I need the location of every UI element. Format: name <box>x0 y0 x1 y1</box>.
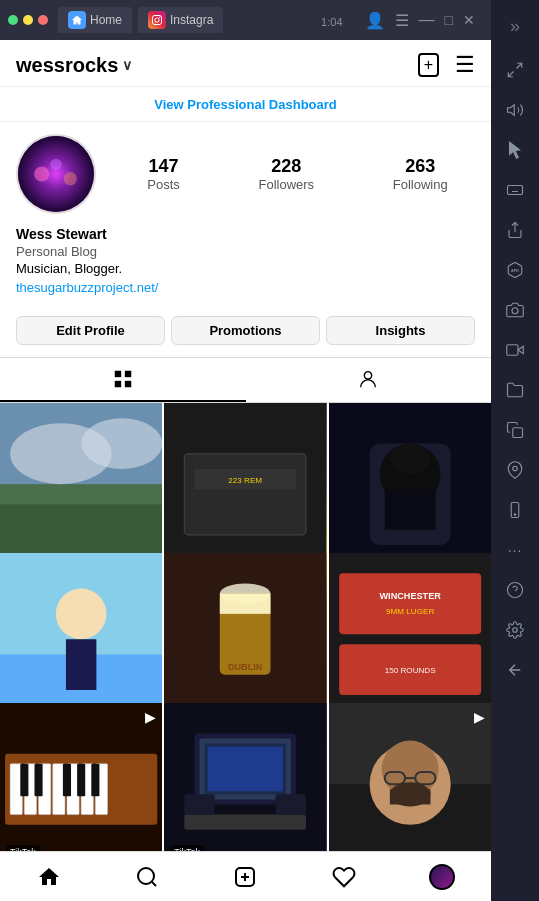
username-display[interactable]: wessrocks ∨ <box>16 54 132 77</box>
grid-item[interactable]: ▶ <box>329 703 491 851</box>
folder-icon[interactable] <box>497 372 533 408</box>
title-bar: Home Instagra 1:04 👤 ☰ — □ ✕ <box>0 0 491 40</box>
svg-rect-27 <box>66 639 96 690</box>
svg-rect-59 <box>185 794 215 814</box>
username-text: wessrocks <box>16 54 118 77</box>
followers-label: Followers <box>258 177 314 192</box>
volume-icon[interactable] <box>497 92 533 128</box>
tagged-tab[interactable] <box>246 358 492 402</box>
posts-stat[interactable]: 147 Posts <box>147 156 180 192</box>
svg-rect-81 <box>513 428 523 438</box>
user-control-icon[interactable]: 👤 <box>365 11 385 30</box>
help-icon[interactable] <box>497 572 533 608</box>
keyboard-icon[interactable] <box>497 172 533 208</box>
svg-point-1 <box>34 166 49 181</box>
copy-icon[interactable] <box>497 412 533 448</box>
more-options-icon[interactable]: ··· <box>497 532 533 568</box>
profile-section: 147 Posts 228 Followers 263 Following <box>0 122 491 308</box>
insights-button[interactable]: Insights <box>326 316 475 345</box>
chevron-down-icon: ∨ <box>122 57 132 73</box>
grid-item[interactable]: 223 REM 223 REM <box>164 403 326 565</box>
followers-stat[interactable]: 228 Followers <box>258 156 314 192</box>
svg-line-73 <box>508 72 513 77</box>
video-play-icon: ▶ <box>474 709 485 725</box>
svg-point-87 <box>513 628 518 633</box>
svg-marker-79 <box>518 346 523 354</box>
video-record-icon[interactable] <box>497 332 533 368</box>
svg-point-82 <box>513 466 518 471</box>
header-icons: + ☰ <box>418 52 475 78</box>
nav-add-button[interactable] <box>225 857 265 897</box>
grid-item[interactable]: ▶ TikTok <box>0 703 162 851</box>
svg-rect-52 <box>91 764 99 796</box>
svg-text:DUBLIN: DUBLIN <box>228 662 262 672</box>
svg-text:WINCHESTER: WINCHESTER <box>379 591 441 601</box>
apk-icon[interactable]: APK <box>497 252 533 288</box>
profile-stats: 147 Posts 228 Followers 263 Following <box>120 156 475 192</box>
close-button[interactable]: ✕ <box>463 12 475 28</box>
phone-rotate-icon[interactable] <box>497 492 533 528</box>
tab-home[interactable]: Home <box>58 7 132 33</box>
edit-profile-button[interactable]: Edit Profile <box>16 316 165 345</box>
share-icon[interactable] <box>497 212 533 248</box>
nav-search-button[interactable] <box>127 857 167 897</box>
grid-item[interactable] <box>0 403 162 565</box>
grid-item[interactable] <box>0 553 162 715</box>
following-label: Following <box>393 177 448 192</box>
screenshot-icon[interactable] <box>497 292 533 328</box>
svg-rect-49 <box>34 764 42 796</box>
grid-item[interactable]: DUBLIN <box>164 553 326 715</box>
settings-icon[interactable] <box>497 612 533 648</box>
menu-control-icon[interactable]: ☰ <box>395 11 409 30</box>
posts-count: 147 <box>149 156 179 177</box>
svg-rect-75 <box>508 186 523 195</box>
sidebar-expand-icon[interactable]: » <box>497 8 533 44</box>
grid-item[interactable] <box>329 403 491 565</box>
avatar[interactable] <box>16 134 96 214</box>
fullscreen-icon[interactable] <box>497 52 533 88</box>
nav-profile-button[interactable] <box>422 857 462 897</box>
svg-rect-23 <box>384 489 435 530</box>
avatar-image <box>18 136 94 212</box>
cursor-icon[interactable] <box>497 132 533 168</box>
photo-grid: 223 REM 223 REM <box>0 403 491 851</box>
svg-rect-31 <box>220 594 271 614</box>
minimize-button[interactable]: — <box>419 11 435 29</box>
location-icon[interactable] <box>497 452 533 488</box>
profile-bio: Musician, Blogger. <box>16 261 475 276</box>
back-icon[interactable] <box>497 652 533 688</box>
grid-item[interactable]: WINCHESTER 9MM LUGER 150 ROUNDS <box>329 553 491 715</box>
svg-point-3 <box>64 172 77 185</box>
following-stat[interactable]: 263 Following <box>393 156 448 192</box>
grid-item[interactable]: TikTok <box>164 703 326 851</box>
main-content: Home Instagra 1:04 👤 ☰ — □ ✕ <box>0 0 491 901</box>
posts-label: Posts <box>147 177 180 192</box>
view-dashboard-link[interactable]: View Professional Dashboard <box>154 97 337 112</box>
svg-rect-4 <box>115 371 121 377</box>
nav-home-button[interactable] <box>29 857 69 897</box>
maximize-button[interactable]: □ <box>445 12 453 28</box>
svg-point-2 <box>50 159 61 170</box>
svg-rect-50 <box>63 764 71 796</box>
grid-image-3 <box>329 403 491 565</box>
menu-icon[interactable]: ☰ <box>455 52 475 78</box>
action-buttons: Edit Profile Promotions Insights <box>0 308 491 357</box>
tiktok-badge: TikTok <box>170 845 204 851</box>
nav-activity-button[interactable] <box>324 857 364 897</box>
profile-website-link[interactable]: thesugarbuzzproject.net/ <box>16 280 158 295</box>
grid-image-7: ▶ TikTok <box>0 703 162 851</box>
grid-tab[interactable] <box>0 358 246 402</box>
svg-point-85 <box>508 583 523 598</box>
svg-point-78 <box>512 308 518 314</box>
tab-instagram[interactable]: Instagra <box>138 7 223 33</box>
add-post-icon[interactable]: + <box>418 53 439 77</box>
promotions-button[interactable]: Promotions <box>171 316 320 345</box>
svg-text:APK: APK <box>511 269 519 273</box>
svg-rect-80 <box>507 345 518 356</box>
professional-dashboard-banner: View Professional Dashboard <box>0 87 491 122</box>
svg-text:150 ROUNDS: 150 ROUNDS <box>384 666 436 675</box>
tiktok-badge: TikTok <box>6 845 40 851</box>
svg-marker-74 <box>508 105 515 116</box>
instagram-app-icon <box>148 11 166 29</box>
home-app-icon <box>68 11 86 29</box>
